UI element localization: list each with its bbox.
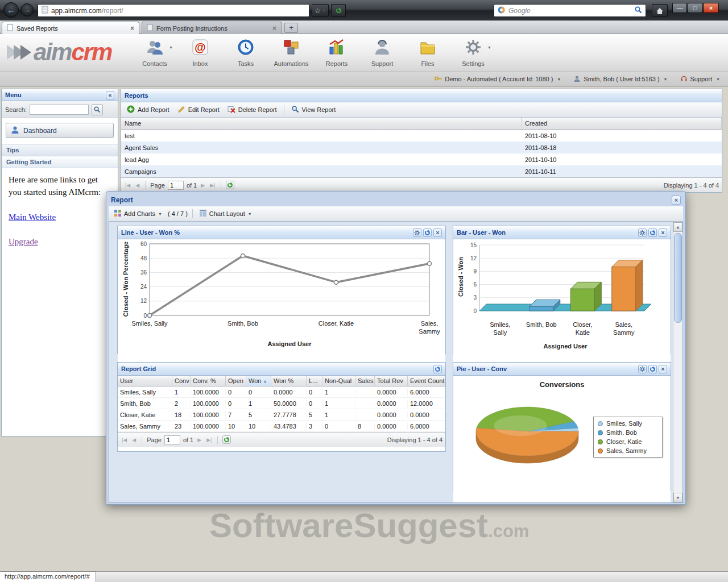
column-header-name[interactable]: Name bbox=[121, 118, 522, 129]
home-button[interactable] bbox=[652, 4, 668, 17]
table-row[interactable]: Campaigns2011-10-11 bbox=[121, 165, 722, 177]
edit-report-button[interactable]: Edit Report bbox=[175, 104, 222, 115]
automations-icon bbox=[282, 38, 301, 57]
gear-icon[interactable] bbox=[638, 228, 647, 237]
column-header-total-rev[interactable]: Total Rev bbox=[375, 376, 408, 386]
gear-icon[interactable] bbox=[638, 365, 647, 373]
tasks-icon bbox=[236, 38, 255, 57]
last-page-icon[interactable]: ▶| bbox=[209, 182, 216, 188]
column-header-conv[interactable]: Conv bbox=[172, 376, 191, 386]
minimize-button[interactable]: — bbox=[672, 3, 687, 13]
table-row[interactable]: Sales, Sammy23100.0000101043.47833080.00… bbox=[118, 421, 445, 432]
column-header-won[interactable]: Won▲ bbox=[246, 376, 271, 386]
dialog-close-button[interactable]: × bbox=[672, 196, 681, 205]
add-charts-button[interactable]: Add Charts ▼ bbox=[112, 209, 164, 219]
refresh-grid-button[interactable] bbox=[226, 181, 234, 189]
add-report-button[interactable]: Add Report bbox=[125, 104, 172, 115]
chevron-down-icon[interactable]: ▼ bbox=[169, 45, 173, 49]
close-icon[interactable]: × bbox=[659, 365, 667, 373]
delete-report-button[interactable]: Delete Report bbox=[225, 104, 279, 115]
refresh-icon[interactable] bbox=[423, 228, 432, 237]
next-page-icon[interactable]: ▶ bbox=[200, 182, 206, 188]
column-header-non-qual[interactable]: Non-Qual bbox=[322, 376, 355, 386]
account-menu[interactable]: Demo - Automated ( Account Id: 1080 ) ▼ bbox=[434, 74, 561, 84]
gear-icon[interactable] bbox=[413, 228, 421, 237]
dashboard-button[interactable]: Dashboard bbox=[6, 123, 114, 138]
scrollbar-thumb[interactable] bbox=[674, 233, 682, 323]
address-bar[interactable]: app.aimcrm.com/report/ bbox=[38, 4, 309, 17]
refresh-icon[interactable] bbox=[433, 365, 442, 373]
favorites-star-button[interactable]: ☆▼ bbox=[312, 4, 329, 17]
tab-close-icon[interactable]: × bbox=[272, 24, 276, 32]
column-header-l-[interactable]: L... bbox=[307, 376, 322, 386]
last-page-icon[interactable]: ▶| bbox=[205, 437, 213, 443]
collapse-panel-button[interactable]: « bbox=[106, 91, 114, 99]
nav-item-tasks[interactable]: Tasks bbox=[223, 36, 268, 67]
browser-search-input[interactable]: Google bbox=[494, 4, 646, 17]
first-page-icon[interactable]: |◀ bbox=[124, 182, 131, 188]
table-row[interactable]: Closer, Katie18100.00007527.7778510.0000… bbox=[118, 409, 445, 421]
column-header-conv-[interactable]: Conv. % bbox=[191, 376, 226, 386]
page-number-input[interactable] bbox=[164, 435, 180, 444]
scroll-up-icon[interactable]: ▲ bbox=[673, 222, 682, 232]
upgrade-link[interactable]: Upgrade bbox=[9, 236, 111, 248]
chart-layout-label: Chart Layout bbox=[209, 210, 245, 217]
user-menu[interactable]: Smith, Bob ( User Id:5163 ) ▼ bbox=[573, 75, 667, 84]
chart-layout-button[interactable]: Chart Layout ▼ bbox=[197, 209, 254, 219]
support-menu[interactable]: Support ▼ bbox=[680, 75, 720, 84]
nav-item-support[interactable]: Support bbox=[359, 36, 405, 67]
close-icon[interactable]: × bbox=[659, 228, 667, 237]
line-chart-panel-header: Line - User - Won % × bbox=[118, 226, 445, 239]
page-number-input[interactable] bbox=[168, 181, 184, 190]
tab-form-posting-instructions[interactable]: Form Posting Instructions × bbox=[142, 22, 282, 34]
new-tab-button[interactable]: + bbox=[284, 23, 298, 33]
delete-icon bbox=[228, 105, 235, 114]
nav-item-settings[interactable]: ▼Settings bbox=[450, 36, 496, 67]
table-row[interactable]: Smiles, Sally1100.0000000.0000010.00006.… bbox=[118, 386, 445, 398]
next-page-icon[interactable]: ▶ bbox=[196, 437, 202, 443]
table-row[interactable]: test2011-08-10 bbox=[121, 130, 722, 142]
nav-item-reports[interactable]: Reports bbox=[314, 36, 359, 67]
refresh-icon[interactable] bbox=[648, 365, 657, 373]
column-header-open[interactable]: Open bbox=[226, 376, 246, 386]
column-header-event-count[interactable]: Event Count bbox=[408, 376, 445, 386]
report-created-cell: 2011-10-11 bbox=[522, 168, 722, 175]
table-row[interactable]: Smith, Bob2100.00000150.0000010.000012.0… bbox=[118, 398, 445, 409]
prev-page-icon[interactable]: ◀ bbox=[134, 182, 140, 188]
refresh-grid-button[interactable] bbox=[222, 435, 231, 444]
refresh-button[interactable] bbox=[331, 4, 346, 17]
view-report-button[interactable]: View Report bbox=[289, 104, 338, 115]
table-row[interactable]: Agent Sales2011-08-18 bbox=[121, 142, 722, 153]
nav-item-contacts[interactable]: ▼Contacts bbox=[132, 36, 177, 67]
scroll-down-icon[interactable]: ▼ bbox=[673, 493, 682, 502]
refresh-icon[interactable] bbox=[648, 228, 657, 237]
main-website-link[interactable]: Main Website bbox=[9, 211, 111, 224]
forward-button[interactable]: → bbox=[20, 3, 34, 16]
dialog-scrollbar[interactable]: ▲ ▼ bbox=[673, 222, 682, 502]
dialog-titlebar[interactable]: Report × bbox=[109, 194, 683, 206]
maximize-button[interactable]: □ bbox=[688, 3, 702, 13]
close-window-button[interactable]: × bbox=[703, 3, 719, 13]
back-button[interactable]: ← bbox=[3, 2, 19, 18]
sidebar-search-input[interactable] bbox=[30, 105, 89, 115]
column-header-user[interactable]: User bbox=[118, 376, 172, 386]
search-magnifier-icon[interactable] bbox=[634, 6, 642, 15]
nav-item-files[interactable]: Files bbox=[405, 36, 450, 67]
sidebar-search-button[interactable] bbox=[92, 104, 103, 115]
prev-page-icon[interactable]: ◀ bbox=[131, 437, 137, 443]
first-page-icon[interactable]: |◀ bbox=[121, 437, 128, 443]
table-row[interactable]: lead Agg2011-10-10 bbox=[121, 153, 722, 165]
tab-close-icon[interactable]: × bbox=[130, 24, 134, 32]
chevron-down-icon[interactable]: ▼ bbox=[487, 45, 491, 49]
close-icon[interactable]: × bbox=[433, 228, 442, 237]
status-bar: http://app.aimcrm.com/report/# bbox=[0, 571, 728, 582]
column-header-won-[interactable]: Won % bbox=[271, 376, 307, 386]
add-charts-label: Add Charts bbox=[124, 210, 155, 217]
tab-saved-reports[interactable]: Saved Reports × bbox=[2, 22, 139, 34]
tips-panel-header[interactable]: Tips bbox=[2, 144, 118, 156]
column-header-created[interactable]: Created bbox=[522, 118, 722, 129]
nav-item-inbox[interactable]: @Inbox bbox=[177, 36, 223, 67]
report-grid-column-headers: UserConvConv. %OpenWon▲Won %L...Non-Qual… bbox=[118, 376, 445, 386]
column-header-sales[interactable]: Sales bbox=[355, 376, 375, 386]
nav-item-automations[interactable]: Automations bbox=[268, 36, 314, 67]
